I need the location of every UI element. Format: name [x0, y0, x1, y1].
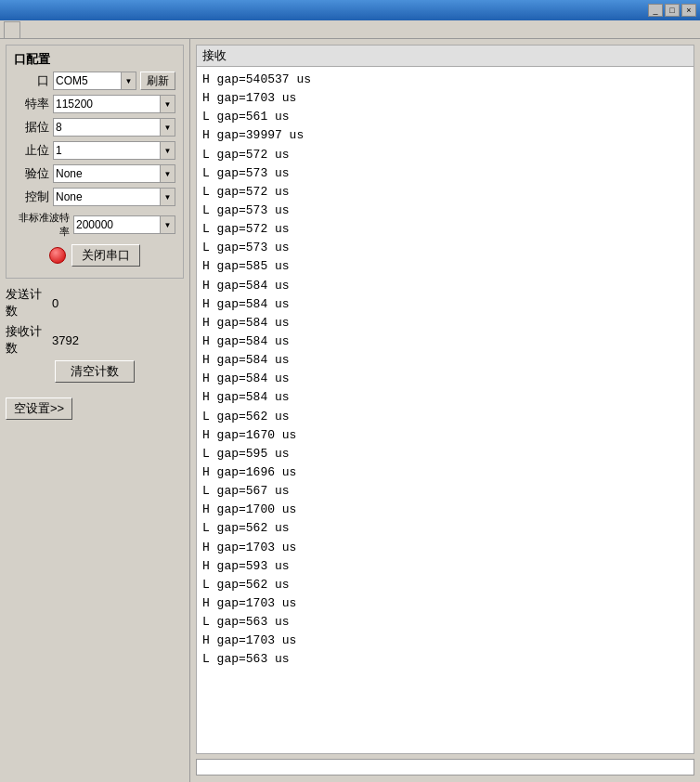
receive-line: H gap=593 us [202, 557, 688, 576]
stop-bits-label: 止位 [14, 142, 49, 159]
clear-count-button[interactable]: 清空计数 [55, 360, 135, 383]
stop-bits-row: 止位 1 1.5 2 ▼ [14, 141, 175, 160]
config-section: 口配置 口 COM5 COM1 COM2 COM3 COM4 ▼ 刷新 [6, 45, 184, 279]
settings-row: 空设置>> [6, 394, 184, 420]
recv-count-label: 接收计数 [6, 323, 52, 357]
recv-count-value: 3792 [52, 333, 79, 347]
parity-row: 验位 None Even Odd Mark Space ▼ [14, 164, 175, 183]
parity-select[interactable]: None Even Odd Mark Space [53, 164, 175, 183]
receive-line: H gap=1696 us [202, 463, 688, 482]
flow-label: 控制 [14, 189, 49, 205]
port-row: 口 COM5 COM1 COM2 COM3 COM4 ▼ 刷新 [14, 72, 175, 90]
receive-line: L gap=572 us [202, 183, 688, 202]
minimize-button[interactable]: _ [648, 4, 663, 17]
bottom-input[interactable] [196, 759, 694, 775]
tab-bar [0, 20, 700, 39]
receive-line: H gap=1670 us [202, 426, 688, 445]
receive-title: 接收 [197, 46, 694, 67]
port-label: 口 [14, 72, 49, 89]
connection-status-indicator [49, 247, 66, 264]
stop-bits-select[interactable]: 1 1.5 2 [53, 141, 175, 160]
close-serial-row: 关闭串口 [14, 244, 175, 267]
recv-count-row: 接收计数 3792 [6, 323, 184, 357]
close-serial-button[interactable]: 关闭串口 [71, 244, 140, 267]
window-controls[interactable]: _ □ × [648, 4, 696, 17]
refresh-button[interactable]: 刷新 [140, 72, 175, 90]
send-count-label: 发送计数 [6, 286, 52, 319]
receive-line: H gap=584 us [202, 314, 688, 332]
flow-select[interactable]: None Hardware Software [53, 188, 175, 206]
receive-line: L gap=561 us [202, 108, 688, 126]
receive-line: L gap=562 us [202, 408, 688, 426]
config-title: 口配置 [14, 51, 175, 68]
baud-row: 特率 115200 9600 19200 38400 57600 230400 … [14, 95, 175, 113]
port-select[interactable]: COM5 COM1 COM2 COM3 COM4 [53, 72, 136, 90]
flow-select-wrapper: None Hardware Software ▼ [53, 188, 175, 206]
stop-bits-select-wrapper: 1 1.5 2 ▼ [53, 141, 175, 160]
send-count-value: 0 [52, 296, 58, 310]
receive-line: H gap=39997 us [202, 126, 688, 145]
send-count-row: 发送计数 0 [6, 286, 184, 319]
data-bits-select-wrapper: 8 5 6 7 ▼ [53, 118, 175, 137]
right-panel: 接收 H gap=540537 usH gap=1703 usL gap=561… [190, 39, 700, 782]
receive-line: H gap=584 us [202, 332, 688, 351]
settings-button[interactable]: 空设置>> [6, 398, 72, 420]
receive-line: L gap=573 us [202, 239, 688, 257]
data-bits-label: 据位 [14, 119, 49, 136]
title-bar: _ □ × [0, 0, 700, 20]
receive-line: H gap=584 us [202, 295, 688, 314]
receive-content[interactable]: H gap=540537 usH gap=1703 usL gap=561 us… [197, 67, 694, 753]
receive-line: L gap=563 us [202, 613, 688, 632]
data-bits-row: 据位 8 5 6 7 ▼ [14, 118, 175, 137]
receive-line: L gap=562 us [202, 576, 688, 594]
receive-line: H gap=1703 us [202, 539, 688, 557]
receive-line: H gap=584 us [202, 351, 688, 370]
receive-line: L gap=572 us [202, 220, 688, 239]
flow-row: 控制 None Hardware Software ▼ [14, 188, 175, 206]
baud-select-wrapper: 115200 9600 19200 38400 57600 230400 ▼ [53, 95, 175, 113]
left-panel: 口配置 口 COM5 COM1 COM2 COM3 COM4 ▼ 刷新 [0, 39, 190, 782]
receive-line: L gap=562 us [202, 519, 688, 538]
receive-line: H gap=1703 us [202, 594, 688, 613]
receive-line: L gap=573 us [202, 164, 688, 183]
receive-line: H gap=585 us [202, 257, 688, 276]
stats-section: 发送计数 0 接收计数 3792 清空计数 [6, 282, 184, 390]
receive-line: H gap=584 us [202, 277, 688, 295]
maximize-button[interactable]: □ [665, 4, 680, 17]
main-tab[interactable] [4, 21, 20, 38]
parity-select-wrapper: None Even Odd Mark Space ▼ [53, 164, 175, 183]
receive-line: L gap=567 us [202, 482, 688, 501]
receive-line: H gap=1703 us [202, 632, 688, 650]
nonstandard-label: 非标准波特率 [14, 211, 70, 239]
receive-line: L gap=563 us [202, 650, 688, 669]
data-bits-select[interactable]: 8 5 6 7 [53, 118, 175, 137]
receive-line: L gap=572 us [202, 146, 688, 164]
nonstandard-select[interactable]: 200000 [73, 215, 175, 234]
receive-line: H gap=584 us [202, 370, 688, 388]
parity-label: 验位 [14, 165, 49, 182]
port-select-wrapper: COM5 COM1 COM2 COM3 COM4 ▼ [53, 72, 136, 90]
receive-line: H gap=584 us [202, 388, 688, 407]
nonstandard-row: 非标准波特率 200000 ▼ [14, 211, 175, 239]
baud-select[interactable]: 115200 9600 19200 38400 57600 230400 [53, 95, 175, 113]
receive-line: L gap=595 us [202, 445, 688, 463]
close-window-button[interactable]: × [681, 4, 696, 17]
receive-line: H gap=1700 us [202, 501, 688, 519]
receive-line: H gap=1703 us [202, 89, 688, 108]
bottom-bar [196, 758, 694, 776]
receive-line: L gap=573 us [202, 202, 688, 220]
receive-line: H gap=540537 us [202, 71, 688, 89]
baud-label: 特率 [14, 96, 49, 112]
nonstandard-select-wrapper: 200000 ▼ [73, 215, 175, 234]
main-content: 口配置 口 COM5 COM1 COM2 COM3 COM4 ▼ 刷新 [0, 39, 700, 782]
receive-section: 接收 H gap=540537 usH gap=1703 usL gap=561… [196, 45, 694, 754]
